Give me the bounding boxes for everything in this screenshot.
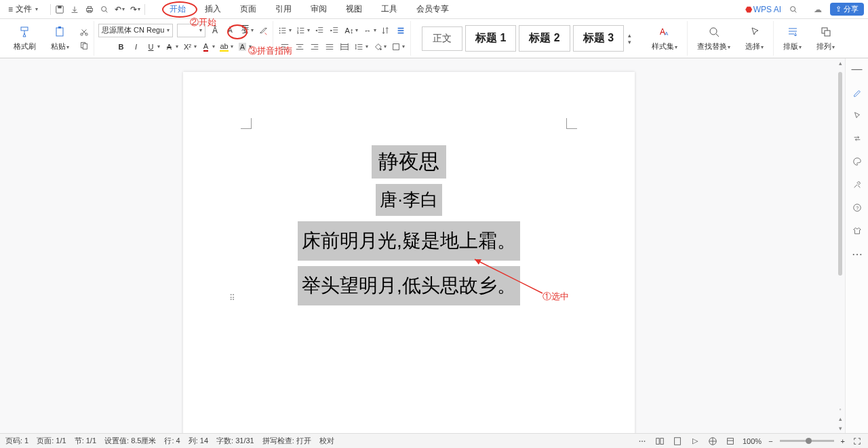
save-icon[interactable] [55,5,64,14]
style-heading2[interactable]: 标题 2 [519,25,570,52]
font-name-select[interactable]: 思源黑体 CN Regu▾ [98,24,173,37]
find-replace-button[interactable]: 查找替换▾ [692,25,736,52]
tab-insert[interactable]: 插入 [195,1,231,18]
shirt-icon[interactable] [852,225,863,236]
status-spellcheck[interactable]: 拼写检查: 打开 [262,436,311,446]
distribute-icon[interactable] [339,41,350,52]
scroll-prev-icon[interactable]: ▴ [837,415,844,422]
text-body-1[interactable]: 床前明月光,疑是地上霜。 [298,221,520,261]
tab-tools[interactable]: 工具 [372,1,407,18]
indent-icon[interactable] [329,25,340,36]
outline-icon[interactable] [725,436,736,447]
tab-review[interactable]: 审阅 [301,1,336,18]
layout-button[interactable]: 排版▾ [778,25,807,52]
document-page[interactable]: ⠿ 静夜思 唐·李白 床前明月光,疑是地上霜。 举头望明月,低头思故乡。 [183,72,635,433]
style-heading1[interactable]: 标题 1 [465,25,516,52]
zoom-out-button[interactable]: − [768,437,772,445]
status-proofing[interactable]: 校对 [319,436,334,446]
sort-icon[interactable] [380,25,391,36]
grow-font-icon[interactable]: Â [210,25,220,36]
more-icon[interactable]: ⋯ [852,248,863,259]
char-shading-button[interactable]: A▾ [237,41,252,52]
outdent-icon[interactable] [314,25,325,36]
font-color-button[interactable]: A▾ [201,41,215,52]
arrange-button[interactable]: 排列▾ [811,25,840,52]
line-spacing-button[interactable]: ▾ [354,41,368,52]
align-center-icon[interactable] [294,41,305,52]
styleset-button[interactable]: AA 样式集▾ [646,25,683,52]
view-mode-icon[interactable] [637,436,648,447]
format-painter-button[interactable]: 格式刷 [8,25,41,52]
show-marks-icon[interactable] [395,25,406,36]
scroll-next-icon[interactable]: ▾ [837,425,844,432]
italic-icon[interactable]: I [131,41,142,52]
tab-references[interactable]: 引用 [266,1,301,18]
borders-button[interactable]: ▾ [391,41,405,52]
char-scale-button[interactable]: ↔▾ [362,25,376,36]
select-tool-icon[interactable] [852,110,863,121]
status-section[interactable]: 节: 1/1 [75,436,96,446]
wps-ai-button[interactable]: ⬣WPS AI [745,5,781,14]
print-icon[interactable] [85,5,94,14]
paste-button[interactable]: 粘贴▾ [45,25,75,52]
vertical-scrollbar[interactable]: ▴ ◦ ▴ ▾ [837,58,844,433]
clear-format-icon[interactable] [258,25,269,36]
play-icon[interactable]: ▷ [690,436,701,447]
scroll-marker-icon[interactable]: ◦ [837,406,844,413]
transfer-icon[interactable] [852,133,863,144]
zoom-slider[interactable] [780,440,834,442]
status-setting[interactable]: 设置值: 8.5厘米 [104,436,156,446]
cloud-icon[interactable]: ☁ [812,4,823,15]
zoom-knob[interactable] [806,438,812,444]
status-row[interactable]: 行: 4 [164,436,180,446]
search-icon[interactable] [788,4,799,15]
style-heading3[interactable]: 标题 3 [573,25,624,52]
undo-button[interactable]: ↶▾ [115,5,125,14]
palette-icon[interactable] [852,156,863,167]
text-direction-button[interactable]: A↕▾ [344,25,358,36]
highlight-button[interactable]: ab▾ [219,41,233,52]
phonetic-guide-button[interactable]: 变▾ [239,25,254,36]
superscript-button[interactable]: X²▾ [182,41,197,52]
redo-button[interactable]: ↷▾ [130,5,140,14]
align-right-icon[interactable] [309,41,320,52]
copy-icon[interactable] [79,40,90,51]
numbering-button[interactable]: 123▾ [296,25,310,36]
print-layout-icon[interactable] [672,436,683,447]
scroll-up-icon[interactable]: ▴ [837,60,844,67]
tab-home[interactable]: 开始 [160,1,195,18]
text-author[interactable]: 唐·李白 [376,184,441,216]
shading-button[interactable]: ▾ [372,41,387,52]
preview-icon[interactable] [100,5,109,14]
status-words[interactable]: 字数: 31/31 [216,436,254,446]
pencil-icon[interactable] [852,87,863,98]
zoom-value[interactable]: 100% [743,437,762,445]
cut-icon[interactable] [79,26,90,37]
style-gallery-more[interactable]: ▴▾ [628,32,631,45]
share-button[interactable]: ⇪分享 [830,3,864,16]
bullets-button[interactable]: ▾ [277,25,292,36]
web-layout-icon[interactable] [707,436,718,447]
text-body-2[interactable]: 举头望明月,低头思故乡。 [298,266,520,305]
style-body[interactable]: 正文 [422,26,462,51]
export-icon[interactable] [70,5,79,14]
menu-file[interactable]: ≡ 文件 ▾ [4,2,42,16]
select-button[interactable]: 选择▾ [740,25,769,52]
status-pageno[interactable]: 页码: 1 [5,436,28,446]
bold-icon[interactable]: B [116,41,127,52]
font-size-select[interactable]: ▾ [177,24,205,37]
tab-page[interactable]: 页面 [231,1,266,18]
align-justify-icon[interactable] [324,41,335,52]
minus-icon[interactable]: — [852,64,863,75]
reading-layout-icon[interactable] [654,436,665,447]
status-col[interactable]: 列: 14 [189,436,208,446]
fullscreen-icon[interactable] [852,436,863,447]
zoom-in-button[interactable]: + [841,437,845,445]
tab-view[interactable]: 视图 [336,1,372,18]
shrink-font-icon[interactable]: Ǎ [224,25,235,36]
underline-button[interactable]: U▾ [146,41,160,52]
help-icon[interactable]: ? [852,202,863,213]
status-page[interactable]: 页面: 1/1 [37,436,66,446]
tab-member[interactable]: 会员专享 [407,1,458,18]
scroll-thumb[interactable] [838,72,842,276]
